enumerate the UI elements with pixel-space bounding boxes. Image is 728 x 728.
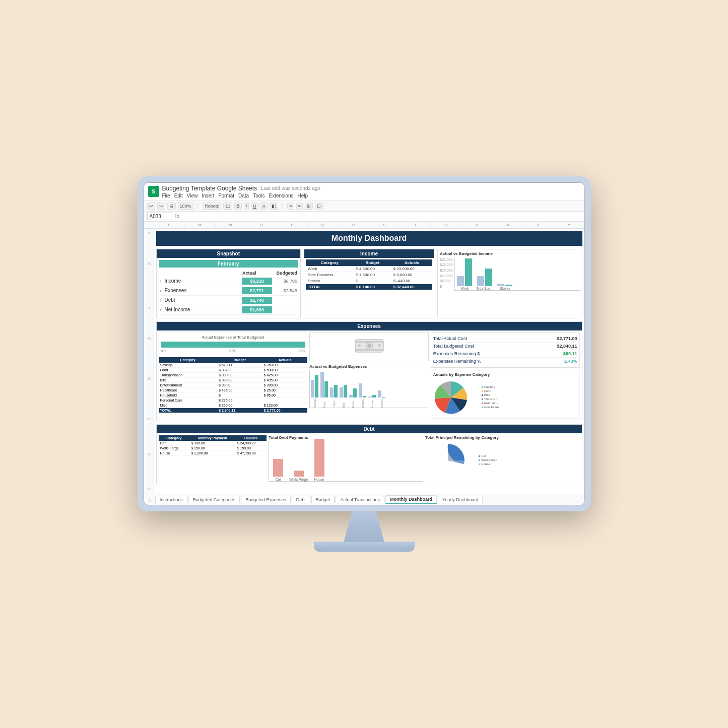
menu-insert[interactable]: Insert: [202, 193, 214, 198]
expenses-label: Expenses: [165, 288, 242, 293]
debt-table: Category Monthly Payment Balance Car: [159, 435, 267, 456]
print-button[interactable]: 🖨: [167, 203, 176, 210]
trans-budget: $ 330.00: [217, 372, 262, 377]
exp-row-food: Food $ 892.00 $ 590.00: [159, 367, 308, 372]
debt-row-wells-fargo: Wells Fargo $ 150.00 $ 150.00: [159, 445, 267, 450]
income-section: Income Category Budget Actuals: [304, 249, 434, 318]
exp-bar-household: House...: [368, 395, 376, 408]
trans-budget-bar: [330, 387, 334, 398]
y-label-0: $-: [440, 285, 452, 288]
underline-button[interactable]: U: [251, 203, 258, 210]
bills-actual: $ 435.00: [262, 377, 308, 382]
menu-bar[interactable]: File Edit View Insert Format Data Tools …: [162, 193, 580, 198]
text-color-button[interactable]: A: [260, 203, 268, 210]
tab-yearly-dashboard[interactable]: Yearly Dashboard: [438, 496, 483, 503]
tab-budgeted-expenses[interactable]: Budgeted Expenses: [241, 496, 291, 503]
menu-edit[interactable]: Edit: [174, 193, 183, 198]
add-sheet-button[interactable]: +: [146, 496, 154, 504]
exp-col-budget: Budget: [217, 357, 262, 363]
merge-button[interactable]: ⊞: [305, 203, 313, 210]
total-actual-value: $2,771.00: [557, 336, 577, 341]
font-selector[interactable]: Roboto: [203, 203, 221, 210]
exp-bar-entertain: Entert...: [349, 388, 357, 408]
dashboard: Monthly Dashboard Snapshot February Actu…: [154, 229, 584, 494]
wells-bar-label: Wells Fargo: [289, 478, 308, 481]
bills-actual-bar: [344, 385, 347, 398]
debt-row-house: House $ 1,200.00 $ 47,798.33: [159, 450, 267, 455]
cash-icon-box: [309, 333, 429, 361]
tab-actual-transactions[interactable]: Actual Transactions: [336, 496, 384, 503]
tab-debt[interactable]: Debt: [292, 496, 310, 503]
work-budget: $ 4,600.00: [354, 266, 391, 272]
trans-actual-bar: [334, 385, 338, 398]
menu-tools[interactable]: Tools: [253, 193, 264, 198]
expenses-header: Expenses: [157, 322, 582, 330]
menu-view[interactable]: View: [187, 193, 198, 198]
expenses-left: Actual Expenses of Total Budgeted 0% 50%…: [159, 333, 308, 419]
menu-help[interactable]: Help: [297, 193, 308, 198]
chevron-expenses-icon: ›: [160, 287, 162, 294]
exp-bar-food: Food: [320, 372, 328, 408]
exp-bar-savings: Savings: [311, 375, 318, 408]
progress-labels: 0% 50% 75%: [161, 349, 305, 353]
menu-file[interactable]: File: [162, 193, 170, 198]
food-budget: $ 892.00: [217, 367, 262, 372]
health-actual: $ 25.00: [262, 387, 308, 392]
snapshot-row-income: › Income $6,210 $6,700: [160, 277, 298, 286]
legend-bills: ■ Bills: [482, 393, 499, 396]
align-left-button[interactable]: ≡: [287, 203, 294, 210]
debt-content: Category Monthly Payment Balance Car: [157, 433, 582, 484]
menu-format[interactable]: Format: [218, 193, 234, 198]
snapshot-col-headers: Actual Budgeted: [160, 270, 298, 277]
debt-wells-label: Wells Fargo: [159, 445, 190, 450]
pie-chart-title: Actuals by Expense Category: [433, 372, 577, 377]
exp-bar-trans: Trans...: [330, 385, 338, 408]
savings-bar-label: Savings: [313, 398, 316, 408]
align-center-button[interactable]: ≡: [296, 203, 303, 210]
undo-button[interactable]: ↩: [147, 203, 155, 210]
misc-cat: Misc: [159, 403, 218, 408]
redo-button[interactable]: ↪: [157, 203, 165, 210]
pie-legend: ■ Savings ■ Food ■ Bills ■ Transpo... ■ …: [482, 385, 499, 409]
debt-bar-chart: Car Wells Fargo House: [269, 441, 423, 482]
tab-budgeted-categories[interactable]: Budgeted Categories: [188, 496, 240, 503]
total-budgeted-label: Total Budgeted Cost: [433, 344, 474, 349]
italic-button[interactable]: I: [244, 203, 249, 210]
zoom-button[interactable]: 100%: [178, 203, 193, 210]
snapshot-section: Snapshot February Actual Budgeted ›: [156, 249, 301, 318]
personal-budget-bar: [378, 390, 381, 398]
fill-color-button[interactable]: ◧: [270, 203, 278, 210]
cell-reference[interactable]: [147, 213, 172, 220]
tab-monthly-dashboard[interactable]: Monthly Dashboard: [385, 495, 437, 504]
income-total-label: TOTAL: [306, 284, 354, 290]
side-business-budget: $ 1,500.00: [354, 272, 391, 278]
stocks-bar-pair: [497, 284, 512, 286]
stat-remaining-dollar: Expenses Remaining $ $69.11: [433, 350, 577, 358]
snapshot-row-net-income: › Net Income $1,699: [160, 305, 298, 315]
font-size[interactable]: 11: [223, 203, 232, 210]
borders-button[interactable]: ⊡: [315, 203, 323, 210]
side-business-budget-bar: [477, 276, 484, 286]
debt-right: Total Principal Remaining by Category: [425, 435, 580, 482]
monitor-neck: [344, 511, 384, 542]
house-bar-label: House: [314, 478, 324, 481]
menu-data[interactable]: Data: [238, 193, 249, 198]
tab-budget[interactable]: Budget: [311, 496, 335, 503]
income-total-actual: $ 32,440.00: [391, 284, 432, 290]
menu-extensions[interactable]: Extensions: [269, 193, 294, 198]
debt-car-label: Car: [159, 441, 190, 446]
debt-header: Debt: [157, 425, 582, 433]
debt-bar-title: Total Debt Payments: [269, 435, 423, 440]
debt-col-balance: Balance: [236, 435, 267, 441]
stocks-budget-bar: [497, 284, 504, 286]
income-row-side-business: Side Business $ 1,500.00 $ 9,000.00: [306, 272, 432, 278]
bold-button[interactable]: B: [234, 203, 242, 210]
savings-actual-bar: [315, 375, 318, 398]
bills-budget: $ 330.00: [217, 377, 262, 382]
expenses-middle: Actual vs Budgeted Expenses Savings: [309, 333, 429, 419]
stocks-actual-bar: [505, 285, 512, 286]
expenses-section: Expenses Actual Expenses of Total Budget…: [156, 321, 582, 421]
pie-chart-section: Actuals by Expense Category: [431, 370, 580, 419]
tab-instructions[interactable]: Instructions: [155, 496, 187, 503]
savings-budget-bar: [311, 380, 314, 398]
